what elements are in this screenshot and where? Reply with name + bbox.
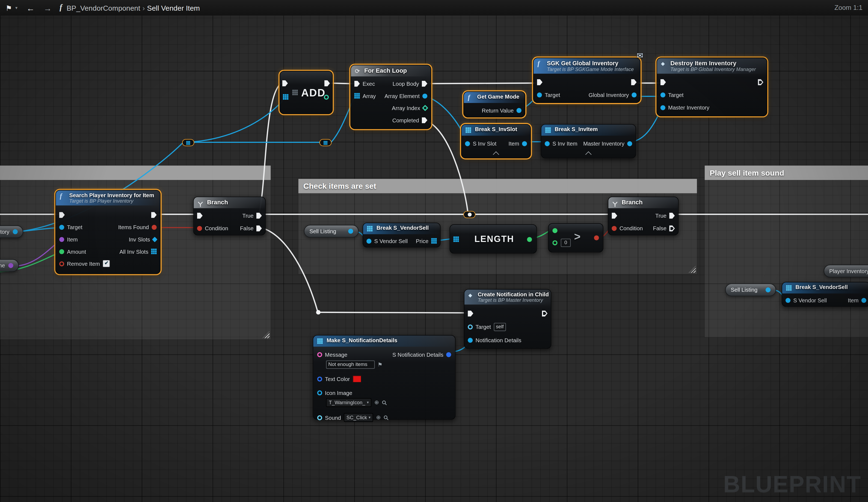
node-break-s-invitem[interactable]: Break S_InvItem S Inv Item Master Invent…: [541, 124, 636, 158]
node-greater-than[interactable]: 0 >: [548, 223, 603, 252]
bookmark-icon[interactable]: ⚑: [6, 3, 12, 12]
node-create-notification[interactable]: ◆ Create Notification in Child Target is…: [464, 289, 551, 349]
array-pin[interactable]: [453, 236, 459, 242]
node-player-inventory[interactable]: Player Inventory: [824, 265, 868, 277]
collapse-chevron-icon[interactable]: [493, 151, 499, 157]
exec-in-pin[interactable]: [468, 310, 473, 316]
price-pin[interactable]: [431, 238, 437, 244]
item-pin[interactable]: [59, 237, 64, 242]
s-inv-item-pin[interactable]: [545, 141, 550, 146]
master-inventory-pin[interactable]: [627, 141, 632, 146]
reroute-node-exec[interactable]: [463, 211, 476, 218]
false-pin[interactable]: [669, 225, 675, 231]
array-pin[interactable]: [354, 93, 360, 99]
node-destroy-item-inventory[interactable]: ◆ Destroy Item Inventory Target is BP Gl…: [657, 58, 767, 116]
node-break-s-vendorsell-1[interactable]: Break S_VendorSell S Vendor Sell Price: [363, 223, 441, 247]
browse-icon[interactable]: [382, 398, 386, 408]
node-array-length[interactable]: LENGTH: [450, 224, 537, 254]
node-break-s-invslot[interactable]: Break S_InvSlot S Inv Slot Item: [461, 124, 531, 158]
array-reroute-pin[interactable]: [323, 141, 327, 144]
false-pin[interactable]: [256, 225, 262, 231]
remove-item-checkbox[interactable]: ✔: [103, 260, 110, 267]
text-color-swatch[interactable]: [352, 375, 361, 382]
exec-in-pin[interactable]: [612, 213, 617, 219]
node-edge-pill-bottom[interactable]: ame: [0, 259, 19, 272]
node-search-player-inventory[interactable]: f Search Player Inventory for Item Targe…: [55, 190, 161, 274]
graph-canvas[interactable]: Check items are set Play sell item sound: [0, 0, 868, 502]
node-get-game-mode[interactable]: f Get Game Mode Return Value: [463, 92, 525, 117]
sound-pin[interactable]: [317, 415, 322, 420]
icon-image-pin[interactable]: [317, 390, 322, 395]
forward-button[interactable]: →: [43, 3, 52, 12]
items-found-pin[interactable]: [152, 225, 157, 229]
flag-icon[interactable]: ⚑: [378, 362, 383, 367]
target-pin[interactable]: [537, 93, 542, 98]
message-value-input[interactable]: Not enough items: [326, 360, 375, 369]
exec-in-pin[interactable]: [197, 213, 203, 219]
text-color-pin[interactable]: [317, 376, 322, 381]
true-pin[interactable]: [669, 213, 675, 219]
global-inventory-pin[interactable]: [632, 93, 637, 98]
s-notification-details-pin[interactable]: [446, 352, 451, 357]
exec-out-pin[interactable]: [151, 212, 156, 218]
node-add-array[interactable]: ADD: [280, 71, 333, 114]
use-asset-icon[interactable]: ⊕: [376, 415, 381, 420]
exec-in-pin[interactable]: [354, 81, 360, 86]
exec-in-pin[interactable]: [661, 79, 666, 85]
all-inv-slots-pin[interactable]: [151, 248, 156, 254]
message-pin[interactable]: [317, 352, 322, 357]
node-break-s-vendorsell-2[interactable]: Break S_VendorSell S Vendor Sell Item: [782, 282, 868, 307]
exec-in-pin[interactable]: [282, 80, 288, 86]
bookmark-caret-icon[interactable]: ▾: [15, 5, 18, 10]
result-pin[interactable]: [594, 235, 599, 240]
icon-image-dropdown[interactable]: T_WarningIcon_▾: [326, 398, 372, 407]
breadcrumb-current[interactable]: Sell Vender Item: [147, 3, 200, 12]
input-b-value[interactable]: 0: [561, 239, 571, 247]
target-pin[interactable]: [661, 93, 665, 98]
exec-in-pin[interactable]: [537, 79, 542, 85]
output-pin[interactable]: [766, 287, 771, 292]
length-out-pin[interactable]: [527, 237, 532, 242]
node-sell-listing-1[interactable]: Sell Listing: [304, 225, 359, 238]
notification-details-pin[interactable]: [468, 338, 473, 342]
back-button[interactable]: ←: [27, 3, 35, 12]
node-sell-listing-2[interactable]: Sell Listing: [725, 284, 776, 296]
exec-reroute-pin[interactable]: [467, 213, 471, 217]
loop-body-pin[interactable]: [422, 81, 427, 86]
node-branch-1[interactable]: Branch True Condition False: [193, 197, 266, 235]
s-inv-slot-pin[interactable]: [465, 141, 470, 146]
exec-out-pin[interactable]: [758, 79, 763, 85]
node-for-each-loop[interactable]: ⟳ For Each Loop Exec Loop Body Array Arr…: [350, 65, 431, 129]
output-pin[interactable]: [13, 229, 18, 234]
s-vendor-sell-pin[interactable]: [786, 298, 790, 303]
target-pin[interactable]: [59, 225, 64, 229]
true-pin[interactable]: [256, 213, 262, 219]
node-make-notification-details[interactable]: Make S_NotificationDetails Message S Not…: [313, 335, 455, 420]
reroute-node-array-2[interactable]: [319, 139, 332, 146]
master-inventory-pin[interactable]: [661, 105, 665, 110]
input-b-pin[interactable]: [552, 240, 557, 245]
s-vendor-sell-pin[interactable]: [366, 238, 371, 243]
reroute-node-array-1[interactable]: [182, 139, 194, 146]
collapse-chevron-icon[interactable]: [586, 151, 592, 157]
array-pin[interactable]: [283, 94, 288, 100]
return-value-pin[interactable]: [517, 107, 521, 113]
node-edge-pill-top[interactable]: ntory: [0, 225, 23, 238]
output-pin[interactable]: [348, 228, 353, 234]
exec-out-pin[interactable]: [542, 310, 547, 316]
array-reroute-pin[interactable]: [186, 141, 190, 144]
output-pin[interactable]: [8, 263, 13, 268]
exec-in-pin[interactable]: [59, 212, 65, 218]
browse-icon[interactable]: [384, 412, 389, 422]
item-pin[interactable]: [522, 141, 527, 146]
exec-out-pin[interactable]: [324, 80, 330, 86]
target-value-input[interactable]: self: [494, 322, 506, 331]
inv-slots-pin[interactable]: [152, 236, 157, 242]
completed-pin[interactable]: [422, 117, 427, 123]
node-sgk-get-global-inventory[interactable]: ✉ f SGK Get Global Inventory Target is B…: [533, 58, 640, 103]
node-branch-2[interactable]: Branch True Condition False: [608, 197, 679, 235]
amount-pin[interactable]: [59, 249, 64, 254]
condition-pin[interactable]: [197, 226, 202, 231]
exec-out-pin[interactable]: [631, 79, 637, 85]
use-asset-icon[interactable]: ⊕: [374, 400, 379, 405]
